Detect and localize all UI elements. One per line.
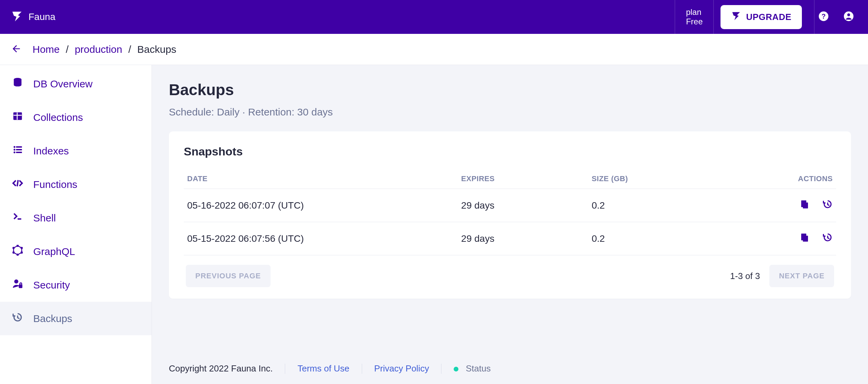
breadcrumb-separator: / <box>66 44 68 55</box>
code-icon <box>12 178 23 191</box>
table-icon <box>12 111 23 124</box>
upgrade-button[interactable]: UPGRADE <box>721 5 802 29</box>
sidebar-item-label: Collections <box>33 112 83 123</box>
help-icon[interactable]: ? <box>818 10 829 23</box>
brand-name: Fauna <box>28 12 55 22</box>
sidebar-item-shell[interactable]: Shell <box>0 201 152 235</box>
pager: PREVIOUS PAGE 1-3 of 3 NEXT PAGE <box>184 255 836 291</box>
footer: Copyright 2022 Fauna Inc. Terms of Use P… <box>169 352 851 384</box>
database-icon <box>12 77 23 90</box>
snapshots-table: DATE EXPIRES SIZE (GB) ACTIONS 05-16-202… <box>184 169 836 255</box>
plan-label: plan <box>686 7 703 17</box>
col-actions: ACTIONS <box>719 169 836 189</box>
status-dot-icon <box>454 367 458 371</box>
svg-point-18 <box>21 247 22 249</box>
breadcrumb-home[interactable]: Home <box>33 44 60 55</box>
col-size: SIZE (GB) <box>588 169 719 189</box>
plan-value: Free <box>686 17 703 26</box>
sidebar-item-label: Indexes <box>33 145 69 157</box>
sidebar-item-functions[interactable]: Functions <box>0 168 152 201</box>
footer-divider <box>362 364 362 374</box>
sidebar-item-label: Security <box>33 279 70 291</box>
sidebar-item-backups[interactable]: Backups <box>0 302 152 335</box>
back-arrow-icon[interactable] <box>11 43 22 56</box>
graphql-icon <box>12 245 23 258</box>
svg-rect-9 <box>16 147 22 148</box>
cell-size: 0.2 <box>588 222 719 255</box>
cell-actions <box>719 189 836 222</box>
top-right-tools: plan Free UPGRADE ? <box>675 0 868 34</box>
sidebar-item-label: DB Overview <box>33 78 93 90</box>
copy-icon[interactable] <box>800 232 810 242</box>
sidebar-item-label: Shell <box>33 212 56 224</box>
topbar-action-icons: ? <box>814 0 868 34</box>
footer-divider <box>285 364 285 374</box>
page-info: 1-3 of 3 <box>730 271 760 281</box>
restore-icon[interactable] <box>823 232 833 242</box>
svg-marker-16 <box>14 246 22 255</box>
plan-info: plan Free <box>675 0 714 34</box>
user-lock-icon <box>12 278 23 292</box>
main-content: Backups Schedule: Daily · Retention: 30 … <box>152 65 868 384</box>
breadcrumb-bar: Home / production / Backups <box>0 34 868 65</box>
snapshots-card: Snapshots DATE EXPIRES SIZE (GB) ACTIONS… <box>169 131 851 299</box>
col-date: DATE <box>184 169 458 189</box>
previous-page-button[interactable]: PREVIOUS PAGE <box>186 265 271 287</box>
sidebar-item-security[interactable]: Security <box>0 268 152 302</box>
svg-point-17 <box>17 245 18 247</box>
svg-point-23 <box>15 280 18 283</box>
copy-icon[interactable] <box>800 199 810 209</box>
breadcrumb-separator: / <box>128 44 131 55</box>
breadcrumb-db[interactable]: production <box>75 44 122 55</box>
table-row: 05-16-2022 06:07:07 (UTC) 29 days 0.2 <box>184 189 836 222</box>
fauna-logo-icon <box>11 10 23 24</box>
breadcrumb-current: Backups <box>137 44 176 55</box>
snapshots-title: Snapshots <box>184 145 836 158</box>
history-icon <box>12 312 23 325</box>
svg-point-22 <box>13 247 14 249</box>
svg-rect-24 <box>19 285 22 288</box>
sidebar-item-collections[interactable]: Collections <box>0 101 152 134</box>
footer-privacy-link[interactable]: Privacy Policy <box>374 363 429 374</box>
svg-rect-13 <box>16 152 22 153</box>
status-indicator[interactable]: Status <box>454 363 491 374</box>
terminal-icon <box>12 211 23 225</box>
account-icon[interactable] <box>843 10 854 23</box>
cell-expires: 29 days <box>458 222 588 255</box>
sidebar-item-label: Backups <box>33 313 72 324</box>
page-title: Backups <box>169 81 851 99</box>
svg-point-19 <box>21 252 22 253</box>
sidebar-item-db-overview[interactable]: DB Overview <box>0 67 152 101</box>
cell-date: 05-15-2022 06:07:56 (UTC) <box>184 222 458 255</box>
main-layout: DB Overview Collections Indexes Function… <box>0 65 868 384</box>
breadcrumb: Home / production / Backups <box>33 44 176 55</box>
cell-actions <box>719 222 836 255</box>
footer-divider <box>441 364 441 374</box>
sidebar-item-label: GraphQL <box>33 246 75 257</box>
sidebar: DB Overview Collections Indexes Function… <box>0 65 152 384</box>
top-header: Fauna plan Free UPGRADE ? <box>0 0 868 34</box>
cell-expires: 29 days <box>458 189 588 222</box>
table-row: 05-15-2022 06:07:56 (UTC) 29 days 0.2 <box>184 222 836 255</box>
cell-date: 05-16-2022 06:07:07 (UTC) <box>184 189 458 222</box>
fauna-bird-icon <box>731 11 741 23</box>
footer-copyright: Copyright 2022 Fauna Inc. <box>169 363 273 374</box>
restore-icon[interactable] <box>823 199 833 209</box>
svg-point-12 <box>14 152 15 153</box>
svg-rect-11 <box>16 149 22 150</box>
svg-point-8 <box>14 146 15 148</box>
footer-terms-link[interactable]: Terms of Use <box>297 363 349 374</box>
col-expires: EXPIRES <box>458 169 588 189</box>
svg-point-20 <box>17 254 18 256</box>
svg-point-3 <box>847 14 850 17</box>
page-subtitle: Schedule: Daily · Retention: 30 days <box>169 106 851 118</box>
list-icon <box>12 144 23 157</box>
svg-text:?: ? <box>822 13 826 20</box>
svg-line-14 <box>17 180 18 187</box>
brand-area: Fauna <box>11 10 55 24</box>
next-page-button[interactable]: NEXT PAGE <box>769 265 834 287</box>
sidebar-item-graphql[interactable]: GraphQL <box>0 235 152 268</box>
upgrade-label: UPGRADE <box>746 12 791 22</box>
sidebar-item-indexes[interactable]: Indexes <box>0 134 152 168</box>
cell-size: 0.2 <box>588 189 719 222</box>
